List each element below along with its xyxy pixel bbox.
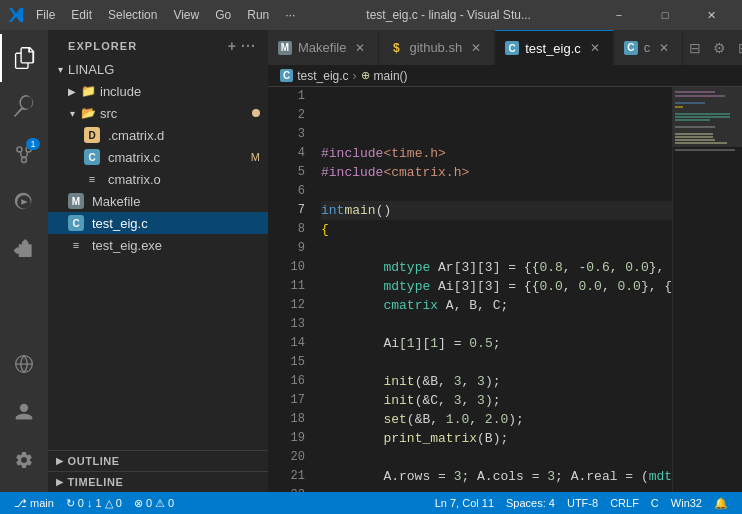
settings-activity-icon[interactable] [0, 436, 48, 484]
timeline-section-header[interactable]: ▶ TIMELINE [48, 471, 268, 492]
status-notifications[interactable]: 🔔 [708, 492, 734, 514]
menu-edit[interactable]: Edit [65, 6, 98, 24]
code-line-16: init(&B, 3, 3); [321, 372, 672, 391]
remote-activity-icon[interactable] [0, 340, 48, 388]
tab-c-label: c [644, 40, 651, 55]
search-activity-icon[interactable] [0, 82, 48, 130]
code-line-12: cmatrix A, B, C; [321, 296, 672, 315]
code-line-9 [321, 239, 672, 258]
activity-bar-bottom [0, 340, 48, 492]
menu-file[interactable]: File [30, 6, 61, 24]
branch-icon: ⎇ [14, 497, 27, 510]
line-num-12: 12 [268, 296, 305, 315]
tab-test-eig-icon: C [505, 41, 519, 55]
tree-item-cmatrix-c[interactable]: C cmatrix.c M [48, 146, 268, 168]
code-line-21: A.rows = 3; A.cols = 3; A.real = (mdtype… [321, 467, 672, 486]
src-dirty-indicator [252, 109, 260, 117]
tree-root-linalg[interactable]: ▾ LINALG [48, 58, 268, 80]
breadcrumb-filename[interactable]: test_eig.c [297, 69, 348, 83]
tree-item-cmatrix-o[interactable]: ≡ cmatrix.o [48, 168, 268, 190]
sidebar: EXPLORER + ··· ▾ LINALG ▶ 📁 include [48, 30, 268, 492]
cmatrix-c-icon: C [84, 149, 100, 165]
account-activity-icon[interactable] [0, 388, 48, 436]
tab-makefile[interactable]: M Makefile ✕ [268, 30, 379, 65]
explorer-activity-icon[interactable] [0, 34, 48, 82]
window-title: test_eig.c - linalg - Visual Stu... [301, 8, 596, 22]
tree-item-src[interactable]: ▾ 📂 src [48, 102, 268, 124]
linalg-label: LINALG [68, 62, 260, 77]
tab-makefile-close[interactable]: ✕ [352, 40, 368, 56]
code-line-17: init(&C, 3, 3); [321, 391, 672, 410]
linalg-arrow: ▾ [52, 64, 68, 75]
run-activity-icon[interactable] [0, 178, 48, 226]
sidebar-more-icon[interactable]: ··· [241, 38, 256, 54]
line-num-13: 13 [268, 315, 305, 334]
tab-test-eig-label: test_eig.c [525, 41, 581, 56]
warning-count: 0 [168, 497, 174, 509]
menu-go[interactable]: Go [209, 6, 237, 24]
menu-more[interactable]: ··· [279, 6, 301, 24]
source-control-activity-icon[interactable]: 1 [0, 130, 48, 178]
tree-item-makefile[interactable]: M Makefile [48, 190, 268, 212]
sync-count: 0 ↓ 1 △ 0 [78, 497, 122, 510]
menu-run[interactable]: Run [241, 6, 275, 24]
gear-icon[interactable]: ⚙ [707, 30, 732, 65]
status-spaces[interactable]: Spaces: 4 [500, 492, 561, 514]
src-arrow: ▾ [64, 108, 80, 119]
maximize-button[interactable]: □ [642, 0, 688, 30]
tab-c[interactable]: C c ✕ [614, 30, 684, 65]
minimap [672, 87, 742, 492]
line-num-1: 1 [268, 87, 305, 106]
line-num-19: 19 [268, 429, 305, 448]
tab-github-close[interactable]: ✕ [468, 40, 484, 56]
status-platform[interactable]: Win32 [665, 492, 708, 514]
status-errors[interactable]: ⊗ 0 ⚠ 0 [128, 492, 180, 514]
status-position[interactable]: Ln 7, Col 11 [429, 492, 500, 514]
line-num-10: 10 [268, 258, 305, 277]
editor-area: M Makefile ✕ $ github.sh ✕ C test_eig.c … [268, 30, 742, 492]
outline-label: OUTLINE [68, 455, 120, 467]
minimize-button[interactable]: − [596, 0, 642, 30]
line-num-9: 9 [268, 239, 305, 258]
line-num-18: 18 [268, 410, 305, 429]
status-line-ending[interactable]: CRLF [604, 492, 645, 514]
code-line-7: int main() [321, 201, 672, 220]
outline-section-header[interactable]: ▶ OUTLINE [48, 450, 268, 471]
close-button[interactable]: ✕ [688, 0, 734, 30]
code-line-8: { [321, 220, 672, 239]
line-num-22: 22 [268, 486, 305, 492]
tab-test-eig-c[interactable]: C test_eig.c ✕ [495, 30, 614, 65]
code-line-19: print_matrix(B); [321, 429, 672, 448]
error-count: 0 [146, 497, 152, 509]
sidebar-actions: + ··· [228, 38, 256, 54]
status-encoding[interactable]: UTF-8 [561, 492, 604, 514]
layout-icon[interactable]: ⊞ [732, 30, 742, 65]
status-sync[interactable]: ↻ 0 ↓ 1 △ 0 [60, 492, 128, 514]
menu-selection[interactable]: Selection [102, 6, 163, 24]
cmatrix-d-icon: D [84, 127, 100, 143]
code-line-10: mdtype Ar[3][3] = {{0.8, -0.6, 0.0}, {0.… [321, 258, 672, 277]
extensions-activity-icon[interactable] [0, 226, 48, 274]
tree-item-test-eig-c[interactable]: C test_eig.c [48, 212, 268, 234]
include-arrow: ▶ [64, 86, 80, 97]
status-branch[interactable]: ⎇ main [8, 492, 60, 514]
menu-view[interactable]: View [167, 6, 205, 24]
tree-item-include[interactable]: ▶ 📁 include [48, 80, 268, 102]
tab-test-eig-close[interactable]: ✕ [587, 40, 603, 56]
tab-c-close[interactable]: ✕ [656, 40, 672, 56]
tree-item-test-eig-exe[interactable]: ≡ test_eig.exe [48, 234, 268, 256]
new-file-icon[interactable]: + [228, 38, 237, 54]
tab-extra-actions: ⊟ ⚙ ⊞ ··· [683, 30, 742, 65]
status-language[interactable]: C [645, 492, 665, 514]
code-content[interactable]: #include <time.h> #include <cmatrix.h> i… [313, 87, 672, 492]
menu-bar[interactable]: File Edit Selection View Go Run ··· [30, 6, 301, 24]
breadcrumb-function[interactable]: main() [374, 69, 408, 83]
minimap-content [673, 87, 742, 157]
branch-name: main [30, 497, 54, 509]
tab-github[interactable]: $ github.sh ✕ [379, 30, 495, 65]
split-editor-icon[interactable]: ⊟ [683, 30, 707, 65]
sync-icon: ↻ [66, 497, 75, 510]
line-num-2: 2 [268, 106, 305, 125]
tree-item-cmatrix-d[interactable]: D .cmatrix.d [48, 124, 268, 146]
breadcrumb-symbol-icon: ⊕ [361, 69, 370, 82]
